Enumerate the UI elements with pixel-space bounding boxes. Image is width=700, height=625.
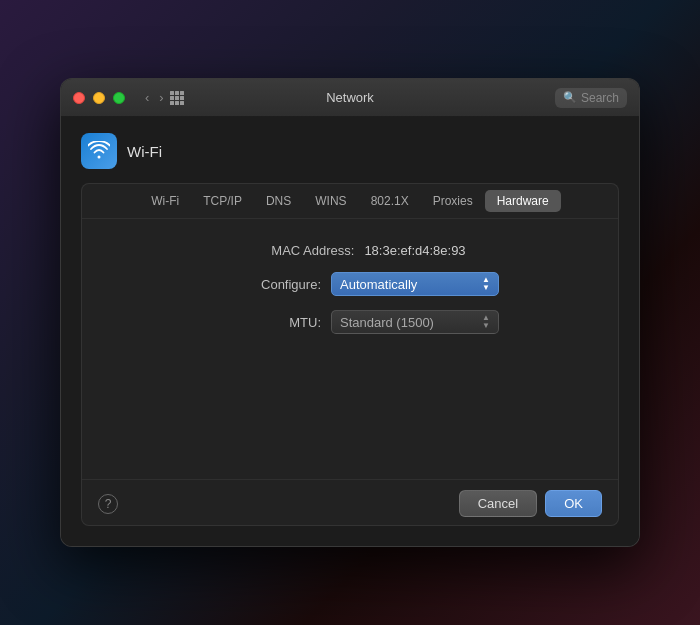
mtu-label: MTU: [201, 315, 321, 330]
window-title-text: Network [326, 90, 374, 105]
search-icon: 🔍 [563, 91, 577, 104]
tab-wins[interactable]: WINS [303, 190, 358, 212]
search-field[interactable]: 🔍 Search [555, 88, 627, 108]
cancel-button[interactable]: Cancel [459, 490, 537, 517]
tab-hardware[interactable]: Hardware [485, 190, 561, 212]
configure-value: Automatically [340, 277, 417, 292]
bottom-bar: ? Cancel OK [82, 479, 618, 525]
mac-address-row: MAC Address: 18:3e:ef:d4:8e:93 [102, 243, 598, 258]
mtu-row: MTU: Standard (1500) ▲ ▼ [102, 310, 598, 334]
action-buttons: Cancel OK [459, 490, 602, 517]
tabs-container: Wi-Fi TCP/IP DNS WINS 802.1X Proxies Har… [81, 183, 619, 526]
mtu-dropdown[interactable]: Standard (1500) ▲ ▼ [331, 310, 499, 334]
window-content: Wi-Fi Wi-Fi TCP/IP DNS WINS 802.1X Proxi… [61, 117, 639, 546]
wifi-icon [88, 141, 110, 162]
wifi-header: Wi-Fi [81, 133, 619, 169]
titlebar-navigation: ‹ › [141, 88, 184, 107]
search-placeholder: Search [581, 91, 619, 105]
mtu-arrows: ▲ ▼ [482, 314, 490, 330]
configure-arrows: ▲ ▼ [482, 276, 490, 292]
grid-icon[interactable] [170, 91, 184, 105]
mtu-arrow-down-icon: ▼ [482, 322, 490, 330]
window-title: Network [326, 90, 374, 105]
tabs-row: Wi-Fi TCP/IP DNS WINS 802.1X Proxies Har… [82, 184, 618, 219]
titlebar: ‹ › Network 🔍 Search [61, 79, 639, 117]
mac-address-label: MAC Address: [234, 243, 354, 258]
ok-button[interactable]: OK [545, 490, 602, 517]
configure-label: Configure: [201, 277, 321, 292]
minimize-button[interactable] [93, 92, 105, 104]
mac-address-value: 18:3e:ef:d4:8e:93 [364, 243, 465, 258]
network-preferences-window: ‹ › Network 🔍 Search [60, 78, 640, 547]
tab-wifi[interactable]: Wi-Fi [139, 190, 191, 212]
configure-dropdown[interactable]: Automatically ▲ ▼ [331, 272, 499, 296]
tab-8021x[interactable]: 802.1X [359, 190, 421, 212]
configure-row: Configure: Automatically ▲ ▼ [102, 272, 598, 296]
back-button[interactable]: ‹ [141, 88, 153, 107]
maximize-button[interactable] [113, 92, 125, 104]
close-button[interactable] [73, 92, 85, 104]
tab-tcpip[interactable]: TCP/IP [191, 190, 254, 212]
tab-dns[interactable]: DNS [254, 190, 303, 212]
mtu-value: Standard (1500) [340, 315, 434, 330]
traffic-lights [73, 92, 125, 104]
help-button[interactable]: ? [98, 494, 118, 514]
tab-proxies[interactable]: Proxies [421, 190, 485, 212]
forward-button[interactable]: › [155, 88, 167, 107]
settings-area: MAC Address: 18:3e:ef:d4:8e:93 Configure… [82, 219, 618, 479]
wifi-label: Wi-Fi [127, 143, 162, 160]
wifi-icon-container [81, 133, 117, 169]
arrow-down-icon: ▼ [482, 284, 490, 292]
